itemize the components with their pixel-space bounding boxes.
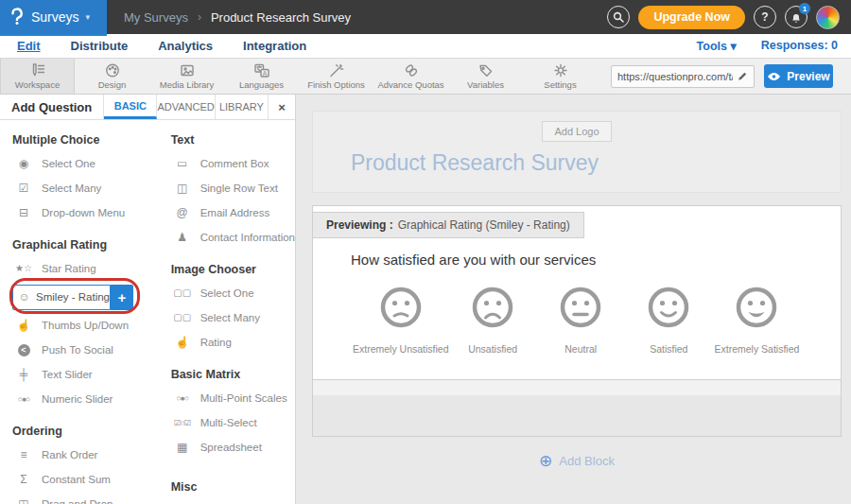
add-logo-button[interactable]: Add Logo <box>542 121 611 142</box>
survey-url-wrap: https://questionpro.com/t/A <box>611 59 755 94</box>
qtype-single-row-text[interactable]: ◫ Single Row Text <box>171 176 295 200</box>
eye-icon <box>767 72 781 81</box>
toolbar-finish-options[interactable]: Finish Options <box>299 59 373 94</box>
svg-text:A: A <box>262 70 267 77</box>
breadcrumb-separator: › <box>198 10 201 24</box>
add-block-button[interactable]: ⊕ Add Block <box>312 453 842 469</box>
chevron-down-icon: ▾ <box>86 12 91 22</box>
gear-icon <box>552 62 569 78</box>
survey-title[interactable]: Product Research Survey <box>313 150 841 176</box>
qtype-email-address[interactable]: @ Email Address <box>171 200 295 225</box>
close-icon: × <box>278 100 286 114</box>
magic-wand-icon <box>328 62 345 78</box>
image-rating-icon: ☝ <box>171 337 194 348</box>
tab-library[interactable]: LIBRARY <box>216 95 269 119</box>
multi-point-icon: ○●○ <box>171 394 194 403</box>
tab-advanced[interactable]: ADVANCED <box>157 95 215 119</box>
toolbar-settings[interactable]: Settings <box>523 59 598 94</box>
smiley-rating-highlight-wrap: ☺ Smiley - Rating + <box>12 283 158 311</box>
previewing-tab: Previewing : Graphical Rating (Smiley - … <box>312 212 584 238</box>
qtype-drag-and-drop[interactable]: ◳ Drag and Drop <box>12 492 158 504</box>
responses-count[interactable]: Responses: 0 <box>761 39 838 53</box>
preview-button[interactable]: Preview <box>764 64 833 88</box>
person-icon: ♟ <box>171 232 194 243</box>
smiley-option-4[interactable]: Satisfied <box>625 285 713 355</box>
qtype-image-select-one[interactable]: ▢▢ Select One <box>171 281 295 305</box>
account-avatar[interactable] <box>816 6 840 29</box>
comment-box-icon: ▭ <box>171 158 194 169</box>
survey-nav: Edit Distribute Analytics Integration To… <box>0 34 851 59</box>
qtype-text-slider[interactable]: ╪ Text Slider <box>12 362 158 387</box>
tab-analytics[interactable]: Analytics <box>158 39 213 53</box>
qtype-push-to-social[interactable]: < Push To Social <box>12 338 158 362</box>
add-smiley-question-button[interactable]: + <box>111 285 133 310</box>
section-graphical-rating: Graphical Rating <box>12 238 158 252</box>
tab-edit[interactable]: Edit <box>17 39 41 53</box>
search-button[interactable] <box>607 6 630 28</box>
smiley-option-2[interactable]: Unsatisfied <box>449 285 537 355</box>
edit-pencil-icon[interactable] <box>737 71 748 82</box>
panel-tab-bar: Add Question BASIC ADVANCED LIBRARY × <box>0 95 295 120</box>
palette-icon <box>104 62 121 78</box>
qtype-dropdown-menu[interactable]: ⊟ Drop-down Menu <box>12 200 158 225</box>
tab-integration[interactable]: Integration <box>243 39 306 53</box>
qtype-numeric-slider[interactable]: ○●○ Numeric Slider <box>12 387 158 411</box>
satisfied-smiley-icon <box>643 285 694 332</box>
main-area: Add Question BASIC ADVANCED LIBRARY × Mu… <box>0 95 851 504</box>
survey-url-value: https://questionpro.com/t/A <box>617 71 733 82</box>
thumbs-icon: ☝ <box>12 320 35 331</box>
question-block-body: Previewing : Graphical Rating (Smiley - … <box>313 206 841 379</box>
question-block: Previewing : Graphical Rating (Smiley - … <box>312 205 842 437</box>
close-panel-button[interactable]: × <box>269 95 295 119</box>
qtype-select-one[interactable]: ◉ Select One <box>12 151 158 176</box>
toolbar-variables[interactable]: Variables <box>448 59 523 94</box>
tab-distribute[interactable]: Distribute <box>71 39 129 53</box>
qtype-multi-point-scales[interactable]: ○●○ Multi-Point Scales <box>171 386 295 410</box>
image-select-many-icon: ▢▢ <box>171 313 194 322</box>
qtype-image-select-many[interactable]: ▢▢ Select Many <box>171 305 295 330</box>
help-button[interactable]: ? <box>754 6 776 28</box>
smiley-icon: ☺ <box>17 291 31 303</box>
toolbar-languages[interactable]: A Languages <box>224 59 299 94</box>
qtype-rank-order[interactable]: ≡ Rank Order <box>12 443 158 467</box>
at-sign-icon: @ <box>171 207 194 218</box>
smiley-option-5[interactable]: Extremely Satisfied <box>713 285 801 355</box>
toolbar-design[interactable]: Design <box>75 59 149 94</box>
qtype-contact-information[interactable]: ♟ Contact Information <box>171 225 295 250</box>
breadcrumb-my-surveys[interactable]: My Surveys <box>124 10 188 25</box>
search-icon <box>613 11 624 23</box>
qtype-select-many[interactable]: ☑ Select Many <box>12 176 158 200</box>
qtype-comment-box[interactable]: ▭ Comment Box <box>171 151 295 176</box>
survey-header-card[interactable]: Add Logo Product Research Survey <box>312 111 842 193</box>
numeric-slider-icon: ○●○ <box>12 395 35 404</box>
translate-icon: A <box>253 62 270 78</box>
survey-url-field[interactable]: https://questionpro.com/t/A <box>611 65 755 88</box>
smiley-option-1[interactable]: Extremely Unsatisfied <box>353 285 449 355</box>
product-switcher[interactable]: Surveys ▾ <box>0 0 107 34</box>
toolbar-workspace[interactable]: Workspace <box>0 59 75 94</box>
notifications-button[interactable]: 1 <box>785 6 808 28</box>
toolbar-media-library[interactable]: Media Library <box>149 59 224 94</box>
qtype-spreadsheet[interactable]: ▦ Spreadsheet <box>171 435 295 460</box>
survey-canvas: Add Logo Product Research Survey Preview… <box>296 95 851 504</box>
qtype-multi-select[interactable]: ☑○☑ Multi-Select <box>171 410 295 435</box>
breadcrumb-current-survey: Product Research Survey <box>211 10 351 25</box>
upgrade-now-button[interactable]: Upgrade Now <box>638 6 745 29</box>
tools-dropdown[interactable]: Tools ▾ <box>697 39 737 53</box>
nav-right: Tools ▾ Responses: 0 <box>697 39 851 53</box>
qtype-thumbs-up-down[interactable]: ☝ Thumbs Up/Down <box>12 313 158 338</box>
qtype-constant-sum[interactable]: Σ Constant Sum <box>12 467 158 492</box>
workspace-icon <box>29 62 46 78</box>
question-text[interactable]: How satisfied are you with our services <box>313 252 841 268</box>
toolbar-advance-quotas[interactable]: Advance Quotas <box>373 59 448 94</box>
tab-basic[interactable]: BASIC <box>104 95 157 119</box>
questionpro-logo-icon <box>9 8 25 26</box>
qtype-star-rating[interactable]: ★☆ Star Rating <box>12 256 158 281</box>
smiley-option-3[interactable]: Neutral <box>537 285 625 355</box>
plus-circle-icon: ⊕ <box>539 453 552 469</box>
question-type-col1: Multiple Choice ◉ Select One ☑ Select Ma… <box>12 120 158 504</box>
qtype-smiley-rating[interactable]: ☺ Smiley - Rating <box>12 285 111 310</box>
qtype-image-rating[interactable]: ☝ Rating <box>171 330 295 355</box>
smiley-scale: Extremely Unsatisfied Unsatisfied <box>313 268 841 355</box>
survey-builder-app: Surveys ▾ My Surveys › Product Research … <box>0 0 851 504</box>
